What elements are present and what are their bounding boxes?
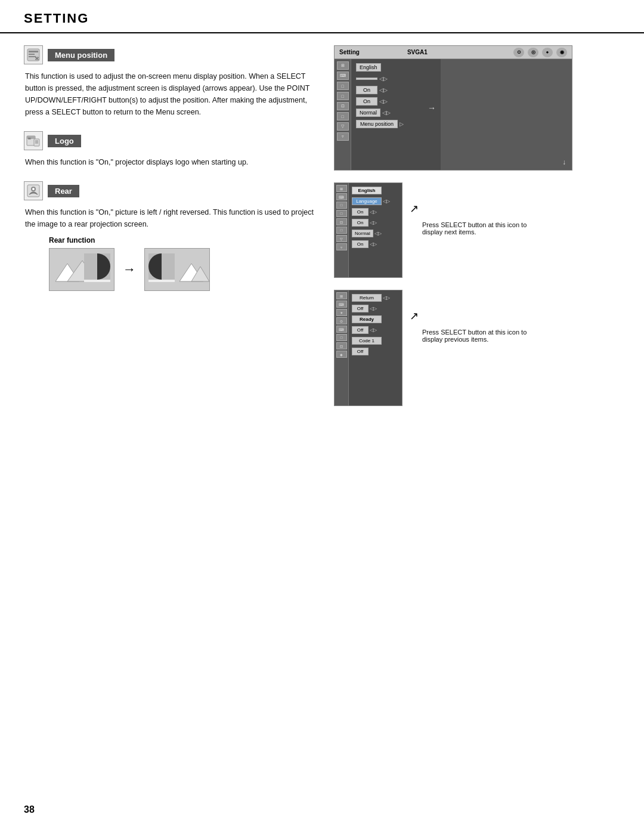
proj-row-2: ◁▷ (356, 74, 436, 83)
proj-title: Setting (339, 49, 360, 55)
proj-sb-item-7: ▽ (337, 122, 349, 131)
proj-nb-item-1: ⊞ (336, 185, 347, 192)
proj-narrow-sidebar-2: ⊞ ⌨ ☀ ⊙ ⌨ □ ⊡ ◈ (335, 290, 349, 405)
proj-note-wrapper-1: ↗ Press SELECT button at this icon to di… (410, 182, 541, 236)
proj-icon-1: ⊙ (513, 48, 524, 57)
proj-n1-arrow-on1: ◁▷ (370, 209, 377, 215)
proj-n1-language: Language ◁▷ (352, 196, 399, 206)
page-title: SETTING (24, 11, 620, 26)
rear-function-label: Rear function (49, 236, 316, 244)
proj-arrow-menupos: ▷ (400, 121, 404, 127)
rear-body: When this function is "On," picture is l… (24, 206, 316, 230)
proj-n1-on3: On ◁▷ (352, 239, 399, 249)
proj-menu-area: English ◁▷ On ◁▷ On ◁▷ Norm (351, 59, 441, 170)
page-footer: 38 (24, 804, 35, 815)
proj-note-arrow-2: ↗ (410, 311, 419, 321)
logo-body: When this function is "On," projector di… (24, 156, 316, 168)
proj-icon-3: ● (542, 48, 553, 57)
proj-n2b-item-3: ☀ (336, 309, 347, 316)
proj-n2-off2: Off ◁▷ (352, 325, 399, 335)
proj-narrow-body-1: ⊞ ⌨ □ □ ⊡ □ ▽ ▿ English (335, 183, 402, 277)
rear-after-svg (145, 249, 209, 290)
proj-n2-arrow-off1: ◁▷ (370, 306, 377, 311)
proj-sidebar: ⊞ ⌨ □ □ ⊡ □ ▽ ▿ (335, 59, 351, 170)
proj-n2b-item-4: ⊙ (336, 317, 347, 324)
proj-n2-val-code: Code 1 (352, 337, 382, 345)
rear-illustration: → (49, 248, 316, 291)
svg-rect-1 (29, 51, 38, 52)
proj-n1-arrow-on2: ◁▷ (370, 220, 377, 225)
proj-narrow-menu-2: Return ◁▷ Off ◁▷ Ready Off ◁▷ (349, 290, 402, 405)
svg-rect-2 (29, 54, 35, 55)
proj-row-on2: On ◁▷ (356, 97, 436, 106)
projector-screen-narrow-1: ⊞ ⌨ □ □ ⊡ □ ▽ ▿ English (334, 182, 402, 278)
rear-icon (24, 181, 43, 200)
page-header: SETTING (0, 0, 644, 33)
proj-source: SVGA1 (407, 49, 428, 55)
proj-row-on1: On ◁▷ (356, 85, 436, 95)
proj-n2-val-off2: Off (352, 326, 369, 334)
rear-arrow: → (123, 262, 136, 277)
proj-n2b-item-5: ⌨ (336, 326, 347, 333)
proj-value-english: English (356, 63, 381, 72)
proj-n1-on2: On ◁▷ (352, 218, 399, 227)
proj-topbar: Setting SVGA1 ⊙ ◎ ● ◉ (335, 46, 572, 59)
proj-row-normal: Normal ◁▷ (356, 108, 436, 117)
rear-title: Rear (48, 185, 79, 197)
svg-rect-3 (29, 56, 36, 57)
proj-n2b-item-8: ◈ (336, 351, 347, 358)
svg-rect-23 (84, 280, 110, 282)
proj-note-2: Press SELECT button at this icon to disp… (422, 311, 541, 343)
proj-sb-item-6: □ (337, 112, 349, 120)
rear-before-svg (49, 249, 114, 290)
proj-nb-item-8: ▿ (336, 243, 347, 250)
proj-nb-item-6: □ (336, 227, 347, 234)
proj-n2b-item-6: □ (336, 334, 347, 341)
proj-panel-wrapper-1: ⊞ ⌨ □ □ ⊡ □ ▽ ▿ English (334, 182, 584, 278)
proj-n1-val-on3: On (352, 240, 369, 248)
projector-screen-narrow-2: ⊞ ⌨ ☀ ⊙ ⌨ □ ⊡ ◈ Return ◁▷ (334, 290, 402, 406)
proj-n2-off3: Off (352, 346, 399, 356)
proj-nb-item-5: ⊡ (336, 218, 347, 225)
proj-n1-on1: On ◁▷ (352, 207, 399, 216)
proj-n2-code: Code 1 (352, 336, 399, 345)
proj-sb-item-1: ⊞ (337, 61, 349, 70)
menu-position-body: This function is used to adjust the on-s… (24, 70, 316, 118)
proj-n2b-item-1: ⊞ (336, 292, 347, 299)
proj-value-on1: On (356, 86, 377, 94)
section-logo: 3D Logo When this function is "On," proj… (24, 131, 316, 168)
proj-nb-item-2: ⌨ (336, 193, 347, 200)
proj-n2-val-off1: Off (352, 305, 369, 312)
proj-note-arrow-1: ↗ (410, 203, 419, 214)
proj-panel-wrapper-2: ⊞ ⌨ ☀ ⊙ ⌨ □ ⊡ ◈ Return ◁▷ (334, 290, 584, 406)
proj-n2-arrow-return: ◁▷ (383, 295, 390, 301)
proj-n1-arrow-language: ◁▷ (383, 199, 390, 204)
proj-icon-2: ◎ (528, 48, 538, 57)
svg-rect-12 (34, 139, 39, 146)
proj-n1-val-english: English (352, 187, 382, 194)
proj-n2b-item-2: ⌨ (336, 301, 347, 308)
proj-note-1: Press SELECT button at this icon to disp… (422, 203, 541, 236)
proj-value-menupos: Menu position (356, 120, 398, 128)
proj-n2-arrow-off2: ◁▷ (370, 327, 377, 333)
proj-n2b-item-7: ⊡ (336, 342, 347, 349)
proj-value-normal: Normal (356, 109, 380, 117)
proj-nb-item-3: □ (336, 202, 347, 209)
proj-arrow-2: ◁▷ (379, 76, 388, 82)
menu-position-title: Menu position (48, 49, 114, 61)
proj-right-arrow: → (428, 103, 436, 113)
proj-n1-arrow-on3: ◁▷ (370, 241, 377, 247)
right-column: Setting SVGA1 ⊙ ◎ ● ◉ ⊞ ⌨ □ □ ⊡ □ (334, 45, 584, 406)
logo-title: Logo (48, 135, 81, 147)
proj-arrow-on1: ◁▷ (379, 87, 388, 93)
proj-n1-val-language: Language (352, 197, 382, 205)
proj-sb-item-3: □ (337, 82, 349, 90)
proj-narrow-sidebar-1: ⊞ ⌨ □ □ ⊡ □ ▽ ▿ (335, 183, 349, 277)
rear-before-box (49, 248, 114, 291)
proj-n1-english: English (352, 185, 399, 195)
svg-point-18 (32, 188, 35, 190)
proj-arrow-normal: ◁▷ (382, 110, 391, 116)
proj-n2-val-return: Return (352, 294, 382, 302)
proj-n2-off1: Off ◁▷ (352, 304, 399, 313)
svg-rect-26 (148, 280, 175, 282)
